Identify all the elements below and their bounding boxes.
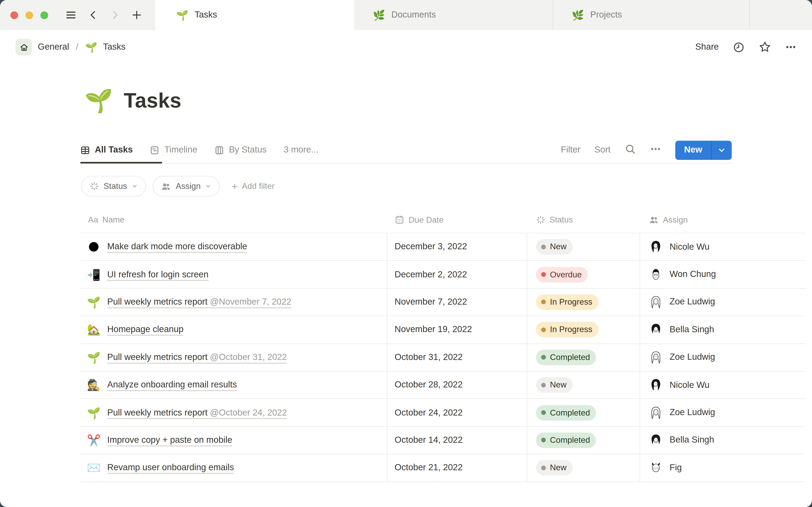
table-row[interactable]: ✉️Revamp user onboarding emailsOctober 2… [80, 454, 806, 482]
more-options-icon[interactable] [785, 41, 797, 53]
assignee-name: Nicole Wu [670, 242, 710, 252]
task-name-link[interactable]: Revamp user onboarding emails [107, 463, 234, 473]
table-row[interactable]: 🕵️Analyze onboarding email resultsOctobe… [80, 372, 806, 399]
assignee-cell[interactable]: Bella Singh [649, 323, 714, 337]
view-tab-label: Timeline [164, 145, 197, 155]
add-filter-button[interactable]: + Add filter [232, 181, 275, 191]
assignee-cell[interactable]: Nicole Wu [649, 240, 710, 254]
status-cell[interactable]: Completed [536, 405, 596, 420]
column-header-name[interactable]: AaName [88, 215, 124, 225]
due-date-cell[interactable]: December 3, 2022 [395, 242, 467, 252]
teamspace-home-icon[interactable] [15, 39, 32, 55]
browser-tab-documents[interactable]: 🌿Documents [354, 0, 553, 30]
burst-icon [536, 215, 545, 225]
breadcrumb-page[interactable]: Tasks [103, 42, 125, 52]
filter-button[interactable]: Filter [561, 145, 580, 155]
status-dot [541, 438, 546, 443]
back-icon[interactable] [88, 10, 98, 20]
status-cell[interactable]: New [536, 460, 573, 475]
assignee-cell[interactable]: Zoe Ludwig [649, 350, 715, 364]
task-name-link[interactable]: Improve copy + paste on mobile [107, 435, 232, 445]
due-date-cell[interactable]: October 14, 2022 [395, 435, 463, 445]
table-row[interactable]: 🌱Pull weekly metrics report @October 31,… [80, 344, 806, 372]
view-tab-by-status[interactable]: By Status [214, 145, 267, 155]
table-view-icon [80, 145, 90, 155]
task-emoji-icon: ✉️ [86, 462, 101, 473]
new-button[interactable]: New [675, 140, 732, 160]
calendar-icon [395, 215, 405, 225]
tab-emoji-icon: 🌱 [176, 10, 189, 20]
browser-tab-projects[interactable]: 🌿Projects [553, 0, 750, 30]
task-name-link[interactable]: Analyze onboarding email results [107, 380, 237, 390]
tab-emoji-icon: 🌿 [572, 10, 584, 20]
status-cell[interactable]: In Progress [536, 322, 599, 337]
filter-chip-assign[interactable]: Assign [153, 176, 220, 197]
search-icon[interactable] [625, 143, 636, 157]
table-row[interactable]: 🌱Pull weekly metrics report @November 7,… [80, 289, 806, 316]
new-tab-icon[interactable] [132, 10, 142, 20]
active-view-underline [80, 162, 162, 164]
task-name-link[interactable]: Make dark mode more discoverable [107, 242, 247, 252]
history-clock-icon[interactable] [733, 41, 745, 53]
status-label: Completed [550, 353, 590, 362]
assignee-cell[interactable]: Bella Singh [649, 433, 714, 447]
due-date-cell[interactable]: November 7, 2022 [395, 297, 467, 307]
filter-chip-status[interactable]: Status [81, 176, 146, 197]
page-title-emoji[interactable]: 🌱 [84, 89, 113, 112]
status-cell[interactable]: Completed [536, 433, 596, 448]
view-tab-timeline[interactable]: Timeline [150, 145, 197, 155]
page-title-text[interactable]: Tasks [124, 89, 182, 112]
due-date-cell[interactable]: October 31, 2022 [395, 352, 463, 362]
table-row[interactable]: 🌑Make dark mode more discoverableDecembe… [80, 233, 806, 261]
task-name-link[interactable]: Pull weekly metrics report @October 24, … [107, 407, 287, 418]
timeline-view-icon [150, 145, 160, 155]
assignee-avatar [649, 433, 663, 447]
status-cell[interactable]: In Progress [536, 294, 599, 310]
task-emoji-icon: ✂️ [86, 435, 101, 446]
sort-button[interactable]: Sort [595, 145, 610, 155]
table-row[interactable]: 🌱Pull weekly metrics report @October 24,… [80, 399, 806, 427]
status-cell[interactable]: New [536, 239, 573, 255]
status-cell[interactable]: New [536, 377, 573, 393]
view-tab-all-tasks[interactable]: All Tasks [80, 145, 133, 155]
assignee-cell[interactable]: Fig [649, 461, 682, 475]
assignee-cell[interactable]: Won Chung [649, 268, 716, 281]
column-header-due-date[interactable]: Due Date [395, 215, 444, 225]
due-date-cell[interactable]: November 19, 2022 [395, 325, 472, 335]
assignee-cell[interactable]: Nicole Wu [649, 378, 710, 392]
assignee-cell[interactable]: Zoe Ludwig [649, 406, 715, 419]
table-row[interactable]: ✂️Improve copy + paste on mobileOctober … [80, 427, 806, 454]
table-row[interactable]: 📲UI refresh for login screenDecember 2, … [80, 261, 806, 289]
sidebar-menu-icon[interactable] [65, 9, 77, 21]
status-cell[interactable]: Completed [536, 350, 596, 365]
column-header-label: Assign [663, 215, 688, 225]
zoom-window-button[interactable] [40, 11, 48, 19]
minimize-window-button[interactable] [26, 11, 33, 19]
table-header-row: AaNameDue DateStatusAssign [80, 207, 806, 233]
status-dot [541, 272, 546, 277]
view-options-icon[interactable] [650, 143, 661, 157]
table-row[interactable]: 🏡Homepage cleanupNovember 19, 2022In Pro… [80, 316, 806, 344]
breadcrumb-teamspace[interactable]: General [38, 42, 69, 52]
task-name-link[interactable]: UI refresh for login screen [107, 269, 208, 280]
due-date-cell[interactable]: October 28, 2022 [395, 380, 463, 390]
chevron-down-icon [205, 183, 211, 189]
browser-tab-tasks[interactable]: 🌱Tasks [155, 0, 354, 30]
task-name-link[interactable]: Pull weekly metrics report @October 31, … [107, 352, 287, 362]
column-header-assign[interactable]: Assign [649, 215, 688, 225]
due-date-cell[interactable]: October 21, 2022 [395, 463, 463, 473]
new-button-label[interactable]: New [675, 140, 711, 160]
task-name-link[interactable]: Pull weekly metrics report @November 7, … [107, 297, 291, 307]
new-dropdown-chevron-icon[interactable] [712, 140, 732, 160]
due-date-cell[interactable]: December 2, 2022 [395, 269, 467, 280]
favorite-star-icon[interactable] [759, 41, 771, 53]
close-window-button[interactable] [10, 11, 18, 19]
task-name-link[interactable]: Homepage cleanup [107, 325, 184, 335]
database-toolbar: All TasksTimelineBy Status3 more... Filt… [80, 136, 732, 164]
column-header-status[interactable]: Status [536, 215, 573, 225]
status-cell[interactable]: Overdue [536, 267, 588, 282]
due-date-cell[interactable]: October 24, 2022 [395, 407, 463, 418]
view-tab-3-more-[interactable]: 3 more... [284, 145, 318, 155]
share-button[interactable]: Share [695, 42, 719, 52]
assignee-cell[interactable]: Zoe Ludwig [649, 295, 715, 309]
